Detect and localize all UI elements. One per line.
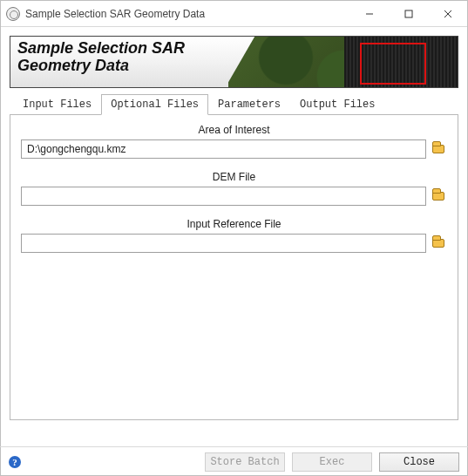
tab-content: Area of Interest DEM File Input Referenc… xyxy=(10,115,458,420)
field-area-of-interest: Area of Interest xyxy=(21,124,447,159)
dem-input[interactable] xyxy=(21,187,426,206)
dem-row xyxy=(21,187,447,206)
aoi-row xyxy=(21,139,447,159)
window-controls xyxy=(349,1,467,26)
tab-row: Input Files Optional Files Parameters Ou… xyxy=(10,93,458,115)
titlebar: Sample Selection SAR Geometry Data xyxy=(1,1,467,27)
svg-rect-1 xyxy=(405,10,412,17)
banner-image-sar xyxy=(344,37,458,87)
app-icon xyxy=(6,7,20,21)
aoi-input[interactable] xyxy=(21,139,426,159)
aoi-browse-button[interactable] xyxy=(431,141,447,157)
exec-button[interactable]: Exec xyxy=(292,452,372,472)
ref-input[interactable] xyxy=(21,234,426,253)
close-window-button[interactable] xyxy=(428,1,467,26)
aoi-label: Area of Interest xyxy=(21,124,447,136)
store-batch-button[interactable]: Store Batch xyxy=(205,452,285,472)
ref-label: Input Reference File xyxy=(21,218,447,230)
tab-optional-files[interactable]: Optional Files xyxy=(101,94,208,115)
ref-browse-button[interactable] xyxy=(431,235,447,251)
banner-title: Sample Selection SAR Geometry Data xyxy=(17,40,185,75)
tab-output-files[interactable]: Output Files xyxy=(290,94,384,115)
close-button[interactable]: Close xyxy=(379,452,459,472)
folder-icon xyxy=(432,192,444,201)
tab-input-files[interactable]: Input Files xyxy=(13,94,101,115)
minimize-button[interactable] xyxy=(349,1,389,26)
window-title: Sample Selection SAR Geometry Data xyxy=(25,8,349,20)
tab-parameters[interactable]: Parameters xyxy=(208,94,290,115)
dem-browse-button[interactable] xyxy=(431,188,447,204)
folder-icon xyxy=(432,239,444,248)
ref-row xyxy=(21,234,447,253)
field-input-reference: Input Reference File xyxy=(21,218,447,253)
field-dem-file: DEM File xyxy=(21,171,447,206)
dem-label: DEM File xyxy=(21,171,447,183)
banner: Sample Selection SAR Geometry Data xyxy=(10,36,458,88)
help-icon[interactable]: ? xyxy=(9,456,21,468)
maximize-button[interactable] xyxy=(389,1,428,26)
folder-icon xyxy=(432,145,444,153)
footer: ? Store Batch Exec Close xyxy=(0,446,468,476)
